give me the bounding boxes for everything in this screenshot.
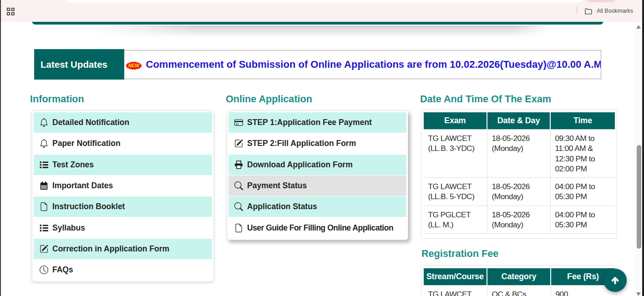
svg-text:NEW: NEW (128, 63, 140, 68)
